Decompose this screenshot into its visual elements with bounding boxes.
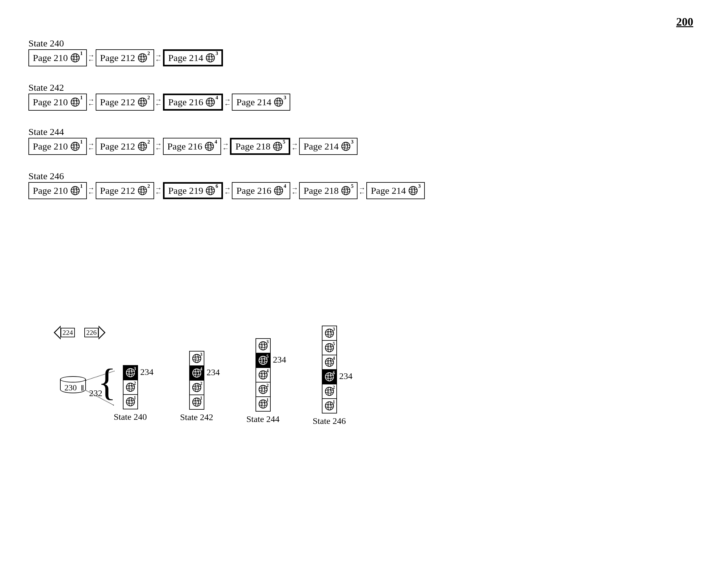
page-label: Page 216: [167, 141, 202, 152]
page-row: Page 2101Page 2122Page 2164Page 2143: [28, 94, 709, 111]
stack-cell: 1: [123, 394, 138, 409]
stack-cell: 1: [256, 397, 271, 412]
page-label: Page 212: [100, 141, 135, 152]
cell-superscript: 5: [333, 342, 335, 347]
page-label: Page 210: [33, 141, 68, 152]
arrow-left-icon: [329, 371, 339, 381]
page-box: Page 2196: [163, 182, 223, 199]
page-superscript: 5: [351, 183, 353, 189]
stack-group: 354621State 246234: [313, 326, 346, 426]
state-label: State 244: [28, 126, 709, 137]
page-box: Page 2122: [96, 182, 154, 199]
stack: 3421: [189, 351, 204, 410]
globe-icon: [70, 142, 80, 151]
annotation: 234: [130, 367, 153, 377]
database-label: 230: [64, 383, 77, 393]
globe-icon: [408, 186, 418, 195]
page-box: Page 2101: [28, 182, 87, 199]
stack-group: 321State 240234: [114, 365, 147, 422]
cell-superscript: 3: [333, 327, 335, 332]
state-block: State 246Page 2101Page 2122Page 2196Page…: [19, 171, 709, 199]
page-box: Page 2122: [96, 49, 154, 66]
stack-label: State 240: [114, 412, 147, 422]
state-block: State 244Page 2101Page 2122Page 2164Page…: [19, 126, 709, 155]
stack-cell: 1: [322, 398, 337, 414]
stack-cell: 2: [256, 382, 271, 397]
stack: 35421: [256, 338, 271, 412]
page-superscript: 1: [80, 139, 83, 145]
stack-group: 35421State 244234: [246, 338, 280, 424]
arrow-left-icon: [196, 367, 207, 378]
cell-superscript: 1: [200, 396, 202, 401]
bidirectional-arrow: [87, 94, 96, 111]
page-row: Page 2101Page 2122Page 2143: [28, 49, 709, 66]
annotation: 234: [196, 367, 220, 378]
page-label: Page 212: [100, 97, 135, 107]
page-box: Page 2122: [96, 94, 154, 111]
globe-icon: [274, 97, 283, 107]
page-superscript: 1: [80, 183, 83, 189]
bidirectional-arrow: [223, 94, 232, 111]
globe-icon: [70, 186, 80, 195]
state-label: State 240: [28, 38, 709, 49]
cell-superscript: 2: [200, 381, 202, 386]
state-block: State 242Page 2101Page 2122Page 2164Page…: [19, 82, 709, 111]
globe-icon: [138, 97, 147, 107]
globe-icon: [138, 53, 147, 63]
stack-cell: 4: [322, 355, 337, 370]
cell-superscript: 3: [200, 352, 202, 357]
bidirectional-arrow: [290, 182, 299, 199]
page-superscript: 2: [147, 95, 150, 100]
page-label: Page 219: [168, 185, 203, 196]
globe-icon: [273, 142, 282, 151]
state-label: State 242: [28, 82, 709, 93]
page-label: Page 214: [236, 97, 271, 107]
page-label: Page 216: [236, 185, 271, 196]
page-superscript: 1: [80, 51, 83, 56]
page-superscript: 2: [147, 51, 150, 56]
back-arrow[interactable]: 224: [54, 326, 75, 340]
stack-cell: 2: [189, 380, 204, 395]
page-superscript: 3: [284, 95, 286, 100]
globe-icon: [138, 186, 147, 195]
annotation: 234: [329, 371, 352, 381]
page-superscript: 6: [215, 183, 218, 189]
page-box: Page 2185: [299, 182, 358, 199]
stack-label: State 246: [313, 416, 346, 426]
forward-arrow[interactable]: 226: [84, 326, 105, 340]
page-label: Page 218: [304, 185, 339, 196]
globe-icon: [206, 186, 215, 195]
page-box: Page 2143: [299, 138, 358, 155]
page-superscript: 3: [351, 139, 353, 145]
page-box: Page 2101: [28, 94, 87, 111]
bidirectional-arrow: [87, 182, 96, 199]
page-superscript: 3: [215, 51, 218, 56]
database-icon: 230: [60, 376, 86, 396]
page-box: Page 2122: [96, 138, 154, 155]
globe-icon: [206, 53, 215, 63]
back-arrow-label: 224: [61, 328, 75, 337]
bidirectional-arrow: [221, 138, 230, 155]
stack-cell: 3: [322, 326, 337, 341]
cell-superscript: 3: [267, 340, 269, 345]
page-superscript: 1: [80, 95, 83, 100]
page-superscript: 3: [418, 183, 421, 189]
page-label: Page 214: [304, 141, 339, 152]
stack-cell: 2: [322, 384, 337, 399]
stack-label: State 242: [180, 412, 213, 422]
brace-label: 232: [89, 388, 102, 398]
page-superscript: 5: [283, 139, 285, 145]
stack-group: 3421State 242234: [180, 351, 213, 422]
bidirectional-arrow: [154, 138, 163, 155]
stack-cell: 3: [189, 351, 204, 366]
page-box: Page 2143: [163, 49, 223, 66]
cell-superscript: 1: [333, 400, 335, 405]
page-superscript: 4: [214, 139, 217, 145]
globe-icon: [70, 97, 80, 107]
globe-icon: [138, 142, 147, 151]
forward-arrow-label: 226: [84, 328, 99, 337]
bidirectional-arrow: [154, 49, 163, 66]
annotation: 234: [263, 355, 286, 365]
page-label: Page 210: [33, 52, 68, 63]
page-label: Page 218: [235, 141, 270, 152]
